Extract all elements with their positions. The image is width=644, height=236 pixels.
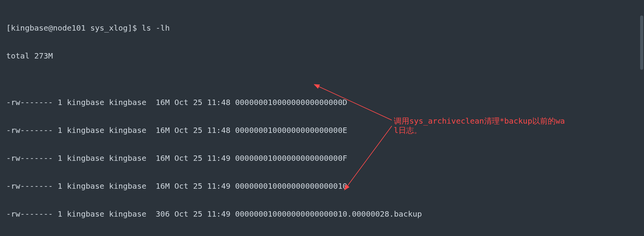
typed-command: ls -lh [142,23,170,33]
annotation-text: 调用sys_archiveclean清理*backup以前的wal日志。 [394,116,568,135]
shell-prompt: [kingbase@node101 sys_xlog]$ [6,23,142,33]
total-line: total 273M [6,51,638,60]
scrollbar-thumb[interactable] [640,16,643,70]
command-line: [kingbase@node101 sys_xlog]$ ls -lh [6,23,638,33]
file-row-backup: -rw------- 1 kingbase kingbase 306 Oct 2… [6,209,638,219]
file-row: -rw------- 1 kingbase kingbase 16M Oct 2… [6,181,638,191]
file-row: -rw------- 1 kingbase kingbase 16M Oct 2… [6,98,638,107]
file-row: -rw------- 1 kingbase kingbase 16M Oct 2… [6,153,638,163]
